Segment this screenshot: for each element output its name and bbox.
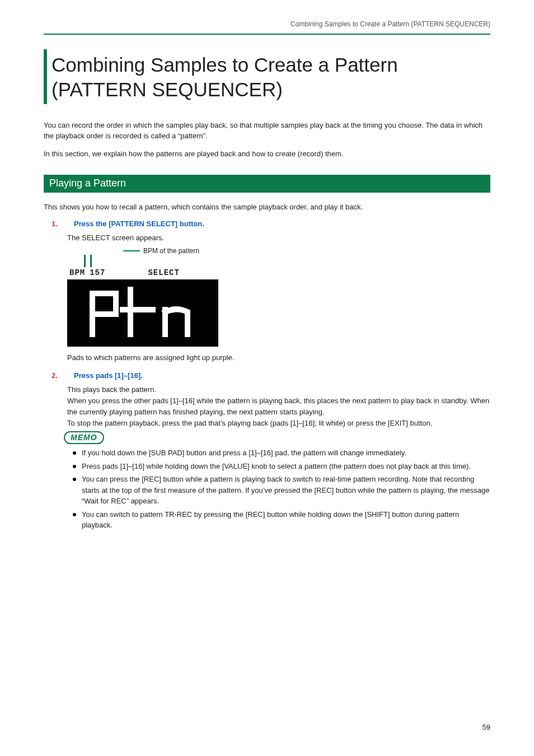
step-1-head: Press the [PATTERN SELECT] button. [74, 220, 490, 228]
memo-item: You can press the [REC] button while a p… [82, 474, 490, 507]
ptn-glyph-icon [81, 285, 204, 341]
page-title: Combining Samples to Create a Pattern (P… [51, 53, 490, 102]
callout-connector-icon [84, 255, 86, 267]
lcd-screen [67, 279, 218, 347]
page-title-block: Combining Samples to Create a Pattern (P… [44, 49, 490, 104]
step-2-p3: To stop the pattern playback, press the … [67, 418, 490, 429]
callout-bpm-label: BPM of the pattern [143, 247, 199, 255]
title-line-2: (PATTERN SEQUENCER) [51, 78, 283, 100]
page-number: 59 [483, 723, 490, 731]
step-2: Press pads [1]–[16]. This plays back the… [44, 371, 490, 531]
step-1-body: The SELECT screen appears. [67, 232, 490, 244]
select-screen-figure: BPM of the pattern BPM 157 SELECT [67, 247, 235, 347]
intro-paragraph-1: You can record the order in which the sa… [44, 120, 490, 142]
step-2-head: Press pads [1]–[16]. [74, 371, 490, 380]
memo-item: Press pads [1]–[16] while holding down t… [82, 461, 490, 472]
step-1: Press the [PATTERN SELECT] button. The S… [44, 220, 490, 363]
title-line-1: Combining Samples to Create a Pattern [51, 54, 398, 76]
section-header: Playing a Pattern [44, 175, 490, 193]
lcd-select-label: SELECT [148, 268, 179, 277]
step-2-p2: When you press the other pads [1]–[16] w… [67, 395, 490, 418]
lcd-bpm-value: 157 [90, 268, 105, 277]
memo-item: You can switch to pattern TR-REC by pres… [82, 509, 490, 531]
step-2-p1: This plays back the pattern. [67, 384, 490, 395]
memo-badge: MEMO [64, 431, 104, 444]
callout-connector-icon [90, 255, 92, 267]
memo-item: If you hold down the [SUB PAD] button an… [82, 447, 490, 459]
running-head: Combining Samples to Create a Pattern (P… [44, 20, 490, 35]
memo-list: If you hold down the [SUB PAD] button an… [67, 447, 490, 531]
lcd-bpm-label: BPM [69, 268, 85, 277]
step-1-after-fig: Pads to which patterns are assigned ligh… [67, 352, 490, 363]
section-intro: This shows you how to recall a pattern, … [44, 202, 490, 213]
callout-line-icon [123, 250, 140, 251]
intro-paragraph-2: In this section, we explain how the patt… [44, 148, 490, 160]
